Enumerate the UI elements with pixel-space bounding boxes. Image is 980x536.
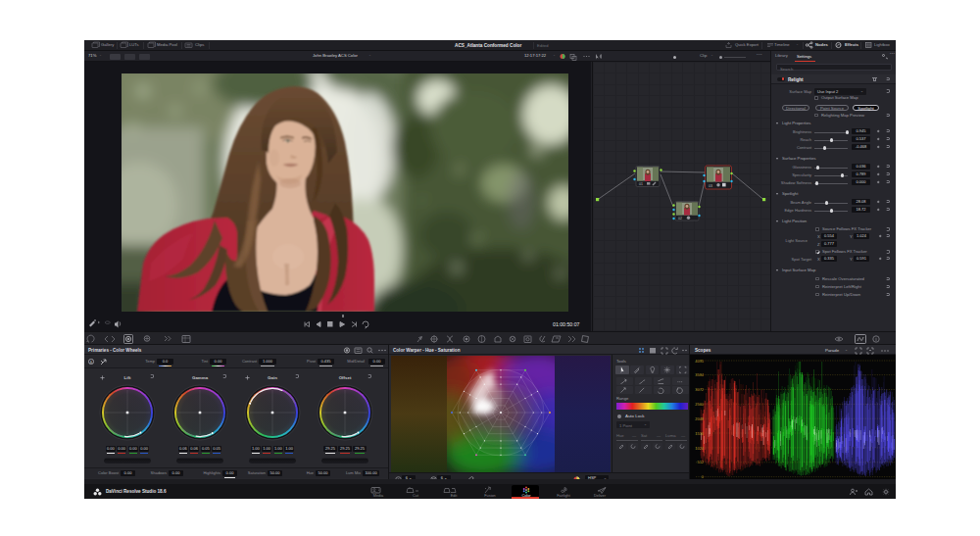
svg-text:02: 02 [678, 217, 682, 220]
svg-text:01:00:50:07: 01:00:50:07 [553, 321, 580, 327]
svg-text:01: 01 [639, 182, 643, 186]
svg-text:03: 03 [709, 184, 712, 188]
